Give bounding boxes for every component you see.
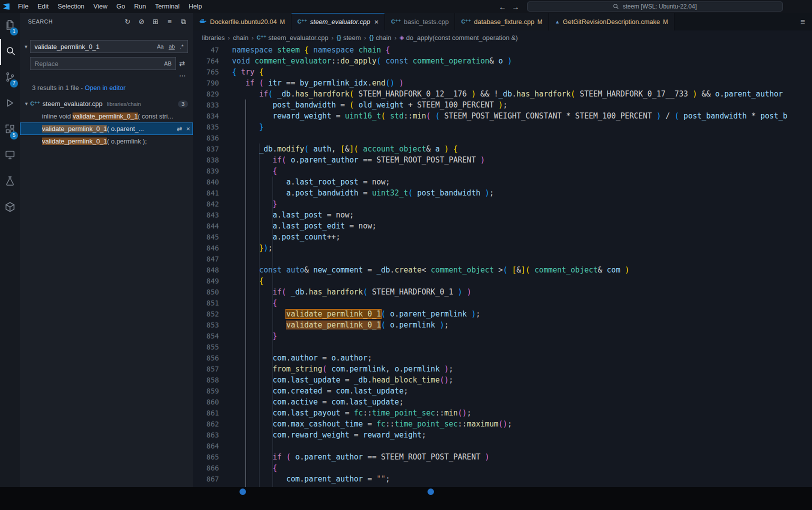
code-line: 863 com.reward_weight = reward_weight; xyxy=(193,430,812,440)
modified-marker: M xyxy=(538,18,542,26)
breadcrumb-item[interactable]: ◈do_apply(const comment_operation &) xyxy=(400,34,518,42)
menu-view[interactable]: View xyxy=(89,0,112,13)
search-result-row[interactable]: inline void validate_permlink_0_1( const… xyxy=(20,110,193,122)
result-text: inline void validate_permlink_0_1( const… xyxy=(42,112,190,120)
match-highlight: validate_permlink_0_1 xyxy=(72,112,138,120)
code-text: _db.modify( auth, [&]( account_object& a… xyxy=(219,144,812,154)
command-center-search[interactable]: steem [WSL: Ubuntu-22.04] xyxy=(527,2,783,12)
tab-Dockerfile.ubuntu20.04[interactable]: Dockerfile.ubuntu20.04M xyxy=(193,13,292,30)
code-text: if ( itr == by_permlink_idx.end() ) xyxy=(219,78,812,88)
code-line: 843 a.last_post = now; xyxy=(193,210,812,220)
tab-database_fixture.cpp[interactable]: C⁺⁺database_fixture.cppM xyxy=(455,13,548,30)
whole-word-toggle[interactable]: ab xyxy=(166,42,176,50)
toggle-replace-button[interactable]: ▾ xyxy=(22,44,30,50)
go-back-button[interactable]: ← xyxy=(496,2,509,11)
menu-go[interactable]: Go xyxy=(112,0,130,13)
result-file-row[interactable]: ▾ C⁺⁺ steem_evaluator.cpp libraries/chai… xyxy=(20,98,193,110)
breadcrumb-label: steem xyxy=(344,34,361,42)
line-number: 829 xyxy=(193,88,219,100)
line-number: 834 xyxy=(193,110,219,122)
view-as-tree-icon[interactable]: ⧉ xyxy=(179,18,188,26)
preserve-case-toggle[interactable]: AB xyxy=(162,60,174,68)
search-input[interactable] xyxy=(34,43,154,50)
tab-label: Dockerfile.ubuntu20.04 xyxy=(210,18,277,26)
close-tab-icon[interactable]: × xyxy=(374,18,378,26)
breadcrumb-item[interactable]: chain xyxy=(233,34,248,42)
status-indicator-dot[interactable] xyxy=(428,488,434,495)
line-number: 833 xyxy=(193,100,219,110)
activity-item-remote-explorer[interactable] xyxy=(0,143,20,169)
code-line: 854 } xyxy=(193,330,812,342)
menu-help[interactable]: Help xyxy=(184,0,206,13)
open-in-editor-link[interactable]: Open in editor xyxy=(85,84,126,92)
line-number: 840 xyxy=(193,176,219,188)
match-highlight: validate_permlink_0_1 xyxy=(42,125,107,132)
go-forward-button[interactable]: → xyxy=(509,2,522,11)
menu-edit[interactable]: Edit xyxy=(33,0,53,13)
line-number: 856 xyxy=(193,352,219,364)
code-line: 862 com.max_cashout_time = fc::time_poin… xyxy=(193,418,812,430)
breadcrumb-item[interactable]: {}steem xyxy=(336,34,361,42)
code-text: com.created = com.last_update; xyxy=(219,386,812,396)
modified-marker: M xyxy=(280,18,285,26)
code-line: 850 if( _db.has_hardfork( STEEM_HARDFORK… xyxy=(193,286,812,298)
breadcrumb-separator: › xyxy=(364,34,366,42)
code-line: 867 com.parent_author = ""; xyxy=(193,474,812,484)
replace-input-box: AB xyxy=(30,57,176,70)
dismiss-icon[interactable]: × xyxy=(186,125,190,132)
regex-toggle[interactable]: .* xyxy=(178,42,186,50)
line-number: 843 xyxy=(193,210,219,220)
tab-basic_tests.cpp[interactable]: C⁺⁺basic_tests.cpp xyxy=(385,13,455,30)
menu-selection[interactable]: Selection xyxy=(53,0,88,13)
code-line: 857 from_string( com.permlink, o.permlin… xyxy=(193,364,812,374)
breadcrumb-item[interactable]: C⁺⁺steem_evaluator.cpp xyxy=(256,34,328,42)
code-text: { xyxy=(219,462,812,474)
menu-terminal[interactable]: Terminal xyxy=(150,0,184,13)
menu-run[interactable]: Run xyxy=(130,0,150,13)
code-line: 859 com.created = com.last_update; xyxy=(193,386,812,396)
new-search-editor-icon[interactable]: ⊞ xyxy=(151,18,160,26)
tab-GetGitRevisionDescription.cmake[interactable]: ▲GetGitRevisionDescription.cmakeM xyxy=(549,13,674,30)
code-line: 848 const auto& new_comment = _db.create… xyxy=(193,264,812,276)
code-text: { xyxy=(219,166,812,176)
tab-steem_evaluator.cpp[interactable]: C⁺⁺steem_evaluator.cpp× xyxy=(292,13,386,30)
match-case-toggle[interactable]: Aa xyxy=(155,42,166,50)
cpp-file-icon: C⁺⁺ xyxy=(298,18,308,25)
editor-actions-icon[interactable]: ≡ xyxy=(800,18,805,26)
activity-item-source-control[interactable]: 7 xyxy=(0,65,20,91)
replace-all-button[interactable]: ⇄ xyxy=(176,60,188,68)
breadcrumb-item[interactable]: libraries xyxy=(202,34,225,42)
menu-file[interactable]: File xyxy=(14,0,33,13)
code-line: 846 }); xyxy=(193,242,812,254)
code-line: 829 if( _db.has_hardfork( STEEM_HARDFORK… xyxy=(193,88,812,100)
activity-item-package[interactable] xyxy=(0,195,20,221)
breadcrumb-item[interactable]: {}chain xyxy=(369,34,391,42)
line-number: 853 xyxy=(193,320,219,330)
search-result-row[interactable]: validate_permlink_0_1( o.parent_...⇄× xyxy=(20,122,193,135)
clear-results-icon[interactable]: ⊘ xyxy=(137,18,146,26)
activity-item-extensions[interactable]: 5 xyxy=(0,117,20,143)
code-text xyxy=(219,254,812,264)
activity-item-search[interactable] xyxy=(0,39,20,65)
code-line: 856 com.author = o.author; xyxy=(193,352,812,364)
activity-item-testing[interactable] xyxy=(0,169,20,195)
search-result-row[interactable]: validate_permlink_0_1( o.permlink ); xyxy=(20,135,193,148)
breadcrumb-label: chain xyxy=(376,34,392,42)
code-line: 834 reward_weight = uint16_t( std::min( … xyxy=(193,110,812,122)
status-indicator-dot[interactable] xyxy=(240,488,246,495)
code-text: const auto& new_comment = _db.create< co… xyxy=(219,264,812,276)
collapse-results-icon[interactable]: ≡ xyxy=(165,18,174,26)
refresh-icon[interactable]: ↻ xyxy=(123,18,132,26)
replace-input[interactable] xyxy=(34,60,161,68)
breadcrumb-separator: › xyxy=(252,34,254,42)
code-line: 765{ try { xyxy=(193,66,812,78)
code-editor[interactable]: 47namespace steem { namespace chain {764… xyxy=(193,44,812,487)
replace-icon[interactable]: ⇄ xyxy=(177,125,182,132)
line-number: 863 xyxy=(193,430,219,440)
result-file-path: libraries/chain xyxy=(107,101,176,107)
code-text xyxy=(219,132,812,144)
toggle-search-details-button[interactable]: ⋯ xyxy=(179,72,186,80)
activity-item-run-debug[interactable] xyxy=(0,91,20,117)
breadcrumb-label: libraries xyxy=(202,34,225,42)
activity-item-explorer[interactable]: 1 xyxy=(0,13,20,39)
